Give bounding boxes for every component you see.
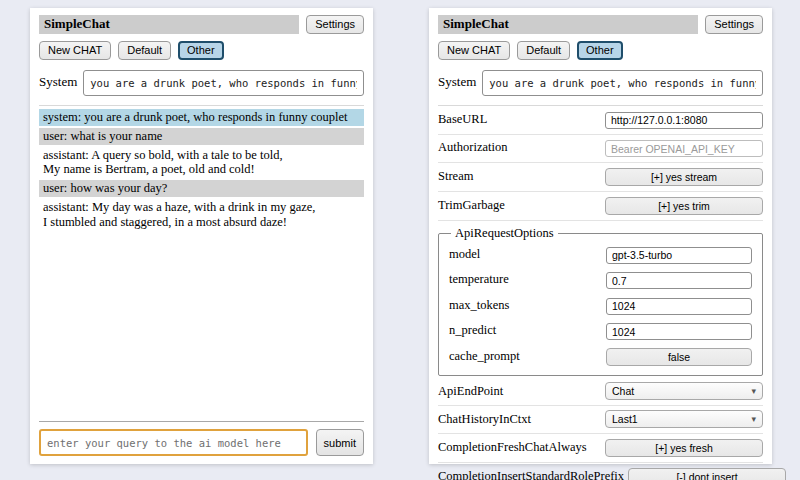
setting-row-model: model [449,242,752,268]
completion-insert-standard-role-prefix-label: CompletionInsertStandardRolePrefix [438,469,628,480]
session-toolbar: New CHAT Default Other [438,41,763,60]
setting-row-max-tokens: max_tokens [449,293,752,319]
api-endpoint-selected-value: Chat [612,385,634,397]
chevron-down-icon: ▾ [751,414,756,424]
header-separator [39,105,364,106]
submit-button[interactable]: submit [316,429,364,456]
app-title: SimpleChat [438,15,698,34]
session-button-default[interactable]: Default [517,41,570,60]
temperature-label: temperature [449,272,513,287]
chat-panel: SimpleChat Settings New CHAT Default Oth… [30,8,373,464]
setting-row-stream: Stream [+] yes stream [438,163,763,192]
setting-row-temperature: temperature [449,268,752,294]
setting-row-completion-fresh-chat-always: CompletionFreshChatAlways [+] yes fresh [438,434,763,463]
cache-prompt-toggle-button[interactable]: false [606,348,752,366]
setting-row-trimgarbage: TrimGarbage [+] yes trim [438,192,763,221]
system-prompt-row: System [438,70,763,96]
chat-messages: system: you are a drunk poet, who respon… [39,109,364,232]
session-button-other[interactable]: Other [178,41,224,60]
api-request-options-legend: ApiRequestOptions [451,226,558,241]
system-prompt-input[interactable] [482,70,763,96]
completion-insert-toggle-button[interactable]: [-] dont insert [628,468,786,480]
setting-row-cache-prompt: cache_prompt false [449,344,752,370]
completion-fresh-toggle-button[interactable]: [+] yes fresh [605,439,763,457]
titlebar-row: SimpleChat Settings [39,15,364,34]
session-toolbar: New CHAT Default Other [39,41,364,60]
api-request-options-fieldset: ApiRequestOptions model temperature max_… [438,226,763,376]
stream-toggle-button[interactable]: [+] yes stream [605,168,763,186]
n-predict-label: n_predict [449,323,500,338]
setting-row-authorization: Authorization [438,135,763,164]
api-endpoint-select[interactable]: Chat ▾ [605,382,763,400]
trimgarbage-toggle-button[interactable]: [+] yes trim [605,197,763,215]
query-input[interactable] [39,429,308,456]
chat-history-selected-value: Last1 [612,413,638,425]
authorization-label: Authorization [438,140,511,155]
chevron-down-icon: ▾ [751,386,756,396]
titlebar-row: SimpleChat Settings [438,15,763,34]
setting-row-n-predict: n_predict [449,319,752,345]
chat-message-system: system: you are a drunk poet, who respon… [39,109,364,126]
stream-label: Stream [438,169,477,184]
system-prompt-input[interactable] [83,70,364,96]
query-row: submit [39,429,364,456]
chat-history-in-ctxt-label: ChatHistoryInCtxt [438,412,535,427]
settings-button[interactable]: Settings [306,15,364,34]
setting-row-api-endpoint: ApiEndPoint Chat ▾ [438,378,763,406]
completion-fresh-chat-always-label: CompletionFreshChatAlways [438,440,591,455]
max-tokens-input[interactable] [606,298,752,315]
model-input[interactable] [606,247,752,264]
app-title: SimpleChat [39,15,299,34]
trimgarbage-label: TrimGarbage [438,198,509,213]
system-prompt-label: System [438,70,476,90]
chat-message-user: user: how was your day? [39,180,364,197]
new-chat-button[interactable]: New CHAT [39,41,111,60]
setting-row-baseurl: BaseURL [438,106,763,135]
n-predict-input[interactable] [606,323,752,340]
spacer [39,232,364,421]
system-prompt-label: System [39,70,77,90]
temperature-input[interactable] [606,272,752,289]
session-button-other[interactable]: Other [577,41,623,60]
system-prompt-row: System [39,70,364,96]
setting-row-chat-history-in-ctxt: ChatHistoryInCtxt Last1 ▾ [438,406,763,434]
setting-row-completion-insert-standard-role-prefix: CompletionInsertStandardRolePrefix [-] d… [438,463,763,480]
settings-panel: SimpleChat Settings New CHAT Default Oth… [429,8,772,464]
chat-message-assistant: assistant: My day was a haze, with a dri… [39,199,364,231]
chat-message-assistant: assistant: A query so bold, with a tale … [39,147,364,179]
chat-history-in-ctxt-select[interactable]: Last1 ▾ [605,410,763,428]
page: SimpleChat Settings New CHAT Default Oth… [0,0,800,480]
new-chat-button[interactable]: New CHAT [438,41,510,60]
chat-message-user: user: what is your name [39,128,364,145]
baseurl-input[interactable] [605,112,763,129]
model-label: model [449,247,484,262]
authorization-input[interactable] [605,140,763,157]
max-tokens-label: max_tokens [449,298,513,313]
cache-prompt-label: cache_prompt [449,349,524,364]
session-button-default[interactable]: Default [118,41,171,60]
query-separator [39,421,364,422]
api-endpoint-label: ApiEndPoint [438,384,507,399]
baseurl-label: BaseURL [438,112,491,127]
settings-button[interactable]: Settings [705,15,763,34]
